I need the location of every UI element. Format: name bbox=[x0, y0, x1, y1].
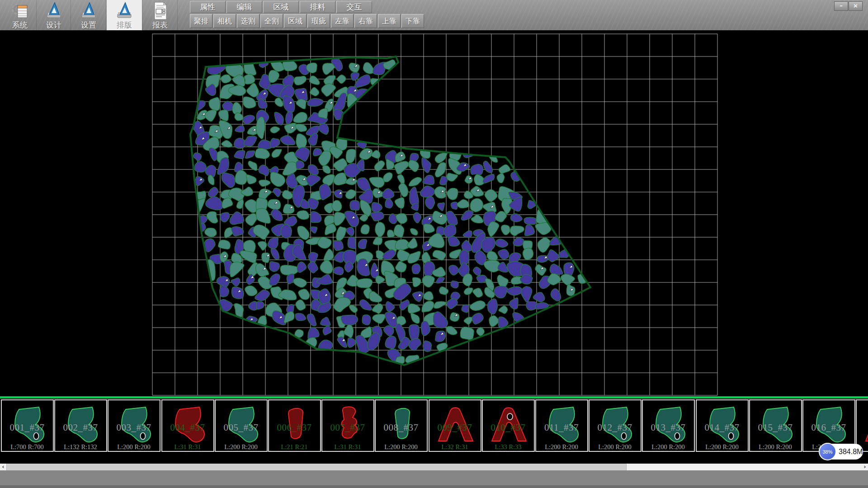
piece-label: 001_#37 bbox=[10, 422, 45, 433]
piece-thumbnail-012_#37[interactable]: 012_#37L:200 R:200 bbox=[589, 399, 642, 452]
tool-button-2[interactable]: 相机 bbox=[213, 14, 236, 28]
piece-thumbnail-009_#37[interactable]: 009_#37L:32 R:31 bbox=[429, 399, 481, 452]
piece-lr-count: L:31 R:31 bbox=[174, 443, 201, 450]
piece-lr-count: L:200 R:200 bbox=[598, 443, 632, 450]
piece-shape-boot-hole: 003_#37L:200 R:200 bbox=[108, 400, 160, 451]
piece-thumbnail-003_#37[interactable]: 003_#37L:200 R:200 bbox=[108, 399, 160, 452]
piece-label: 016_#37 bbox=[811, 422, 846, 433]
piece-shape-bracket: 007_#37L:31 R:31 bbox=[322, 400, 373, 451]
tool-button-9[interactable]: 上靠 bbox=[378, 14, 401, 28]
piece-thumbnail-007_#37[interactable]: 007_#37L:31 R:31 bbox=[321, 399, 374, 452]
tool-button-10[interactable]: 下靠 bbox=[401, 14, 424, 28]
piece-label: 013_#37 bbox=[651, 422, 686, 433]
piece-thumbnail-013_#37[interactable]: 013_#37L:200 R:200 bbox=[642, 399, 695, 452]
tool-button-5[interactable]: 区域 bbox=[284, 14, 307, 28]
report-icon bbox=[150, 1, 170, 21]
tool-button-1[interactable]: 聚排 bbox=[190, 14, 212, 28]
ruler-icon bbox=[79, 1, 99, 21]
menu-tab-5[interactable]: 交互 bbox=[336, 1, 372, 13]
main-button-4[interactable]: 排版 bbox=[107, 0, 142, 30]
tool-button-3[interactable]: 选割 bbox=[237, 14, 259, 28]
tool-button-7[interactable]: 左靠 bbox=[331, 14, 354, 28]
menu-tab-3[interactable]: 区域 bbox=[263, 1, 299, 13]
piece-shape-a-shape: 009_#37L:32 R:31 bbox=[429, 400, 481, 451]
piece-lr-count: L:31 R:31 bbox=[335, 443, 361, 450]
piece-lr-count: L:700 R:700 bbox=[10, 443, 44, 450]
menu-tab-2[interactable]: 编辑 bbox=[226, 1, 262, 13]
piece-lr-count: L:200 R:200 bbox=[759, 443, 792, 450]
piece-lr-count: L:33 R:33 bbox=[495, 443, 521, 450]
app-window: { "window": {"minimize_glyph": "–", "clo… bbox=[0, 0, 868, 488]
piece-lr-count: L:200 R:200 bbox=[224, 443, 258, 450]
piece-label: 007_#37 bbox=[330, 422, 365, 433]
piece-label: 004_#37 bbox=[170, 422, 205, 433]
piece-thumbnail-002_#37[interactable]: 002_#37L:132 R:132 bbox=[54, 399, 107, 452]
piece-shape-boot: 004_#37L:31 R:31 bbox=[162, 400, 213, 451]
main-button-label: 排版 bbox=[117, 21, 132, 29]
scroll-left-arrow[interactable]: ‹ bbox=[0, 464, 6, 470]
status-bar bbox=[0, 470, 868, 488]
piece-label: 006_#37 bbox=[277, 422, 312, 433]
piece-label: 015_#37 bbox=[758, 422, 793, 433]
piece-shape-a-shape-hole: 010_#37L:33 R:33 bbox=[483, 400, 534, 451]
main-button-2[interactable]: 设计 bbox=[37, 0, 71, 30]
piece-label: 010_#37 bbox=[491, 422, 525, 433]
piece-thumbnail-010_#37[interactable]: 010_#37L:33 R:33 bbox=[482, 399, 535, 452]
piece-shape-boot-hole: 014_#37L:200 R:200 bbox=[697, 400, 748, 451]
piece-shape-boot-hole: 013_#37L:200 R:200 bbox=[643, 400, 694, 451]
horizontal-scrollbar[interactable]: ‹ › bbox=[0, 464, 868, 470]
close-button[interactable]: × bbox=[849, 1, 863, 11]
main-button-label: 设计 bbox=[46, 21, 61, 29]
strip-separator bbox=[0, 396, 868, 399]
piece-shape-boot-hole: 012_#37L:200 R:200 bbox=[590, 400, 641, 451]
piece-lr-count: L:200 R:200 bbox=[385, 443, 418, 450]
title-toolbar: 系统设计设置排版报表 属性编辑区域排料交互 聚排相机选割全割区域瑕疵左靠右靠上靠… bbox=[0, 0, 868, 30]
piece-thumbnail-001_#37[interactable]: 001_#37L:700 R:700 bbox=[1, 399, 54, 452]
piece-lr-count: L:200 R:200 bbox=[652, 443, 685, 450]
gear-table-icon bbox=[10, 1, 30, 21]
main-button-5[interactable]: 报表 bbox=[143, 0, 177, 30]
piece-label: 003_#37 bbox=[117, 422, 151, 433]
piece-lr-count: L:200 R:200 bbox=[118, 443, 151, 450]
canvas-svg bbox=[0, 30, 868, 396]
main-button-label: 系统 bbox=[12, 21, 28, 29]
piece-shape-boot: 011_#37L:200 R:200 bbox=[536, 400, 587, 451]
piece-thumbnail-014_#37[interactable]: 014_#37L:200 R:200 bbox=[696, 399, 749, 452]
memory-badge: 38% 384.8M bbox=[820, 444, 863, 460]
piece-label: 009_#37 bbox=[437, 422, 472, 433]
piece-shape-boot: 005_#37L:200 R:200 bbox=[216, 400, 267, 451]
memory-percent-indicator: 38% bbox=[819, 443, 836, 460]
minimize-button[interactable]: – bbox=[834, 1, 848, 11]
menu-tab-4[interactable]: 排料 bbox=[300, 1, 335, 13]
ruler-icon bbox=[114, 1, 134, 21]
piece-thumbnail-015_#37[interactable]: 015_#37L:200 R:200 bbox=[749, 399, 802, 452]
piece-thumbnail-strip: 001_#37L:700 R:700002_#37L:132 R:132003_… bbox=[0, 399, 868, 453]
nesting-canvas[interactable] bbox=[0, 30, 868, 396]
scroll-right-arrow[interactable]: › bbox=[862, 464, 868, 470]
piece-shape-column: 008_#37L:200 R:200 bbox=[376, 400, 427, 451]
menu-tab-1[interactable]: 属性 bbox=[190, 1, 226, 13]
tool-button-6[interactable]: 瑕疵 bbox=[307, 14, 330, 28]
tool-button-4[interactable]: 全割 bbox=[260, 14, 283, 28]
piece-lr-count: L:200 R:200 bbox=[545, 443, 578, 450]
piece-label: 011_#37 bbox=[544, 422, 579, 433]
piece-thumbnail-011_#37[interactable]: 011_#37L:200 R:200 bbox=[535, 399, 588, 452]
main-button-3[interactable]: 设置 bbox=[71, 0, 106, 30]
piece-thumbnail-008_#37[interactable]: 008_#37L:200 R:200 bbox=[375, 399, 428, 452]
main-button-label: 设置 bbox=[81, 21, 96, 29]
piece-lr-count: L:200 R:200 bbox=[705, 443, 739, 450]
scrollbar-thumb[interactable] bbox=[6, 464, 627, 470]
piece-shape-boot: 015_#37L:200 R:200 bbox=[750, 400, 801, 451]
piece-shape-boot: 002_#37L:132 R:132 bbox=[55, 400, 106, 451]
piece-thumbnail-005_#37[interactable]: 005_#37L:200 R:200 bbox=[215, 399, 268, 452]
piece-shape-column: 006_#37L:21 R:21 bbox=[269, 400, 320, 451]
piece-thumbnail-004_#37[interactable]: 004_#37L:31 R:31 bbox=[161, 399, 214, 452]
piece-thumbnail-006_#37[interactable]: 006_#37L:21 R:21 bbox=[268, 399, 321, 452]
ruler-icon bbox=[44, 1, 64, 21]
piece-label: 005_#37 bbox=[223, 422, 258, 433]
piece-shape-boot-hole: 001_#37L:700 R:700 bbox=[2, 400, 53, 451]
piece-lr-count: L:32 R:31 bbox=[441, 443, 468, 450]
piece-label: 002_#37 bbox=[63, 422, 98, 433]
main-button-1[interactable]: 系统 bbox=[4, 0, 36, 30]
tool-button-8[interactable]: 右靠 bbox=[354, 14, 377, 28]
